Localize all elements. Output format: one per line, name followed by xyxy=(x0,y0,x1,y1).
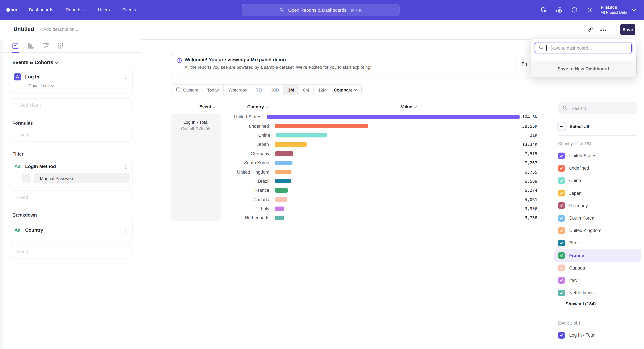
nav-link-reports[interactable]: Reports xyxy=(66,7,86,12)
add-filter-button[interactable]: + Add xyxy=(10,190,132,204)
metric-event-name[interactable]: Log In xyxy=(25,74,39,79)
metric-kebab-menu-icon[interactable] xyxy=(124,73,128,80)
filter-value-select[interactable]: Manual Password xyxy=(34,173,130,183)
add-description-field[interactable]: + Add description... xyxy=(40,27,78,32)
more-options-icon[interactable] xyxy=(600,29,606,31)
bar-segment[interactable] xyxy=(267,114,520,119)
tab-insights[interactable] xyxy=(12,42,19,49)
save-to-new-dashboard-button[interactable]: Save to New Dashboard xyxy=(531,61,636,77)
column-header-country[interactable]: Country xyxy=(247,104,268,109)
apps-grid-icon[interactable] xyxy=(556,7,562,13)
bar-segment[interactable] xyxy=(275,188,288,193)
filter-operator-select[interactable]: = xyxy=(22,174,30,183)
bar-track xyxy=(276,133,527,138)
breakdown-property-name[interactable]: Country xyxy=(25,227,43,233)
report-title[interactable]: Untitled xyxy=(14,26,34,32)
event-list: Log In - Total xyxy=(554,329,641,341)
copy-link-icon[interactable] xyxy=(588,27,593,34)
date-range-yesterday[interactable]: Yesterday xyxy=(224,85,252,95)
add-formula-button[interactable]: + Add xyxy=(10,128,132,142)
date-range-custom[interactable]: Custom xyxy=(172,85,203,95)
segment-search-input[interactable] xyxy=(571,105,629,111)
breakdown-card-country[interactable]: Aa Country xyxy=(10,220,132,241)
filter-item-united-states[interactable]: United States xyxy=(554,150,641,162)
help-icon[interactable]: ? xyxy=(571,7,578,13)
metric-card-log-in[interactable]: A Log In Count Total xyxy=(10,69,132,93)
filter-item-italy[interactable]: Italy xyxy=(554,274,641,287)
save-button[interactable]: Save xyxy=(620,24,635,35)
bar-track xyxy=(275,170,522,174)
column-header-value[interactable]: Value xyxy=(401,104,416,109)
column-header-event[interactable]: Event xyxy=(200,104,215,109)
filter-item-brazil[interactable]: Brazil xyxy=(554,237,641,249)
chevron-down-icon xyxy=(213,105,216,108)
show-all-label: Show all (184) xyxy=(566,301,596,307)
project-switcher[interactable]: Finance All Project Data xyxy=(600,5,635,15)
filter-item-germany[interactable]: Germany xyxy=(554,199,641,212)
filter-item-label: France xyxy=(569,253,584,258)
report-type-tabs xyxy=(0,39,141,53)
bar-segment[interactable] xyxy=(275,151,293,156)
series-overall-value: 276.5K xyxy=(196,126,211,131)
search-icon xyxy=(280,7,284,13)
bar-segment[interactable] xyxy=(275,160,293,165)
breakdown-kebab-menu-icon[interactable] xyxy=(124,228,128,234)
nav-link-dashboards[interactable]: Dashboards xyxy=(29,7,53,12)
filter-card-login-method[interactable]: Aa Login Method = Manual Password xyxy=(10,159,132,187)
add-breakdown-button[interactable]: + Add xyxy=(10,245,132,259)
nav-link-users[interactable]: Users xyxy=(98,7,110,12)
bar-segment[interactable] xyxy=(275,179,291,184)
bar-segment[interactable] xyxy=(274,142,307,147)
filter-property-name[interactable]: Login Method xyxy=(25,164,56,169)
filter-item-undefined[interactable]: undefined xyxy=(554,162,641,174)
mixpanel-logo-icon[interactable] xyxy=(6,8,17,12)
add-metric-button[interactable]: + Add Metric xyxy=(10,98,132,112)
bar-segment[interactable] xyxy=(275,170,292,174)
segment-search[interactable] xyxy=(558,102,637,114)
bar-category-label: Canada xyxy=(222,197,275,202)
global-search-button[interactable]: Open Reports & Dashboards ⌘ + K xyxy=(242,4,400,16)
date-range-30d[interactable]: 30D xyxy=(266,85,284,95)
chevron-down-icon xyxy=(354,88,357,91)
filter-item-netherlands[interactable]: Netherlands xyxy=(554,287,641,299)
settings-gear-icon[interactable] xyxy=(586,7,593,13)
nav-right-controls: ? Finance All Project Data xyxy=(540,0,644,20)
show-all-button[interactable]: Show all (184) xyxy=(558,301,596,307)
event-series-cell[interactable]: Log In - Total Overall 276.5K xyxy=(171,114,221,221)
date-range-12m[interactable]: 12M xyxy=(314,85,331,95)
filter-item-log-in-total[interactable]: Log In - Total xyxy=(554,329,641,341)
date-range-3m[interactable]: 3M xyxy=(284,85,299,95)
filter-kebab-menu-icon[interactable] xyxy=(124,163,128,170)
data-management-icon[interactable] xyxy=(540,7,547,13)
tab-funnels[interactable] xyxy=(27,42,34,49)
filter-item-france[interactable]: France xyxy=(554,249,641,262)
nav-link-events[interactable]: Events xyxy=(122,7,136,12)
filter-item-japan[interactable]: Japan xyxy=(554,187,641,199)
filter-item-canada[interactable]: Canada xyxy=(554,262,641,274)
date-range-7d[interactable]: 7D xyxy=(252,85,266,95)
calendar-icon xyxy=(176,87,181,93)
bar-category-label: Germany xyxy=(222,151,275,156)
save-to-dashboard-input[interactable] xyxy=(550,45,625,51)
bar-segment[interactable] xyxy=(276,133,327,138)
checkbox-checked xyxy=(558,252,565,259)
tab-retention[interactable] xyxy=(57,42,64,49)
date-range-6m[interactable]: 6M xyxy=(299,85,314,95)
bar-segment[interactable] xyxy=(274,124,368,128)
date-range-today[interactable]: Today xyxy=(203,85,224,95)
bar-segment[interactable] xyxy=(275,206,284,211)
dashboard-search-box[interactable] xyxy=(535,42,632,53)
events-cohorts-header[interactable]: Events & Cohorts xyxy=(12,60,57,65)
tab-flows[interactable] xyxy=(42,42,49,49)
metric-aggregation-select[interactable]: Count Total xyxy=(28,83,54,88)
date-range-control: CustomTodayYesterday7D30D3M6M12M xyxy=(171,84,332,95)
compare-button[interactable]: Compare xyxy=(329,84,362,95)
filter-item-china[interactable]: China xyxy=(554,174,641,187)
bar-segment[interactable] xyxy=(275,197,287,202)
filter-item-south-korea[interactable]: South Korea xyxy=(554,212,641,224)
bar-segment[interactable] xyxy=(275,216,284,220)
bar-value-label: 3,738 xyxy=(525,215,537,220)
filter-item-united-kingdom[interactable]: United Kingdom xyxy=(554,224,641,237)
bar-category-label: China xyxy=(222,133,276,138)
select-all-toggle[interactable]: Select all xyxy=(558,123,589,130)
